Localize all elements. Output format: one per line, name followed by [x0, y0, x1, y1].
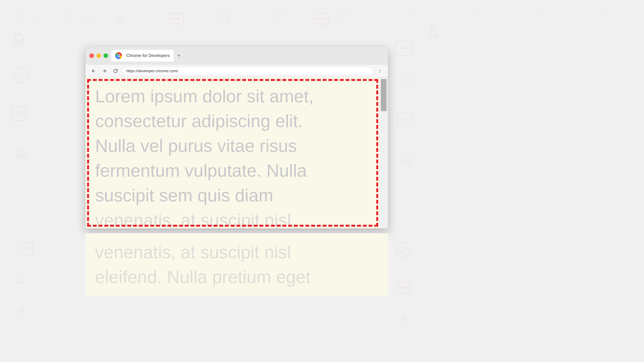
url-text: https://developer.chrome.com/: [126, 69, 178, 73]
reload-button[interactable]: [111, 67, 120, 75]
svg-point-19: [118, 16, 122, 19]
deco-icon: 🚀: [61, 10, 72, 20]
forward-button[interactable]: [100, 67, 109, 75]
html-badge-deco: HTML: [79, 16, 95, 29]
svg-rect-2: [79, 16, 95, 29]
below-browser-content: venenatis, at suscipit nisleleifend. Nul…: [85, 233, 388, 296]
dashed-border-overlay: [87, 79, 378, 227]
svg-text:HTML: HTML: [400, 45, 409, 50]
back-button[interactable]: [89, 67, 98, 75]
deco-right-2: [399, 72, 416, 89]
svg-text:HTML: HTML: [82, 21, 92, 25]
minimize-button[interactable]: [96, 53, 101, 58]
deco-left-3: </>: [10, 105, 27, 123]
traffic-lights: [89, 53, 108, 58]
html-badge-top: HTML: [169, 13, 184, 25]
deco-icon: 🚀: [596, 10, 607, 20]
address-bar[interactable]: https://developer.chrome.com/: [122, 67, 373, 75]
svg-point-11: [19, 150, 22, 153]
html-badge-top-2: HTML: [314, 13, 328, 25]
browser-window: Chrome for Developers + https://develope…: [85, 47, 388, 228]
chrome-logo-icon: [115, 52, 122, 59]
deco-icon: 🚀: [338, 10, 349, 20]
deco-bottom-3: [16, 306, 29, 321]
deco-icon: 🚀: [467, 10, 478, 20]
deco-right-4: [398, 153, 414, 170]
html-badge-deco: HTML: [27, 16, 44, 29]
deco-icon: 🚀: [531, 10, 542, 20]
svg-point-28: [21, 309, 24, 312]
svg-point-4: [16, 34, 23, 42]
svg-point-36: [380, 69, 380, 70]
scrollbar-thumb[interactable]: [381, 79, 386, 111]
deco-bottom-1: HTML: [16, 241, 34, 257]
nav-bar: https://developer.chrome.com/: [86, 64, 388, 77]
deco-bottom-right-3: [398, 314, 410, 329]
svg-text:HTML: HTML: [317, 17, 326, 20]
deco-bottom-2: [13, 274, 29, 290]
deco-left-2: [13, 67, 29, 84]
title-bar: Chrome for Developers +: [86, 47, 388, 64]
menu-button[interactable]: [376, 67, 384, 75]
svg-text:HTML: HTML: [30, 21, 40, 25]
svg-text:HTML: HTML: [21, 247, 29, 251]
scrollbar-track: [380, 77, 388, 228]
svg-text:HTML: HTML: [399, 286, 408, 289]
svg-text:HTML: HTML: [401, 118, 409, 122]
deco-icon: 🚀: [13, 10, 24, 20]
svg-point-37: [380, 71, 380, 71]
close-button[interactable]: [89, 53, 94, 58]
maximize-button[interactable]: [104, 53, 108, 58]
deco-left-4: [13, 145, 29, 162]
svg-point-27: [18, 276, 24, 283]
deco-top-2: [217, 13, 230, 26]
deco-icon: 🚀: [402, 10, 414, 20]
svg-rect-0: [28, 16, 43, 29]
page-content: Lorem ipsum dolor sit amet, consectetur …: [86, 77, 388, 228]
svg-point-10: [17, 147, 25, 155]
svg-point-18: [402, 155, 409, 162]
deco-bottom-right-2: HTML: [396, 282, 410, 294]
deco-right-3: HTML: [396, 113, 414, 128]
deco-bottom-right-1: [394, 241, 410, 258]
active-tab[interactable]: Chrome for Developers: [111, 50, 174, 61]
svg-point-35: [118, 54, 120, 56]
tab-area: Chrome for Developers +: [111, 50, 384, 61]
deco-icon: 🚀: [274, 10, 285, 20]
deco-top-1: [113, 13, 127, 28]
deco-left-1: [10, 32, 29, 56]
svg-point-14: [432, 28, 435, 31]
tab-title: Chrome for Developers: [126, 53, 170, 58]
new-tab-button[interactable]: +: [175, 52, 183, 60]
deco-right-rocket: [427, 24, 440, 41]
svg-point-32: [403, 317, 406, 320]
svg-point-38: [380, 72, 380, 72]
deco-right-1: HTML: [394, 40, 414, 57]
svg-text:HTML: HTML: [172, 17, 181, 20]
svg-text:</>: </>: [14, 110, 23, 116]
